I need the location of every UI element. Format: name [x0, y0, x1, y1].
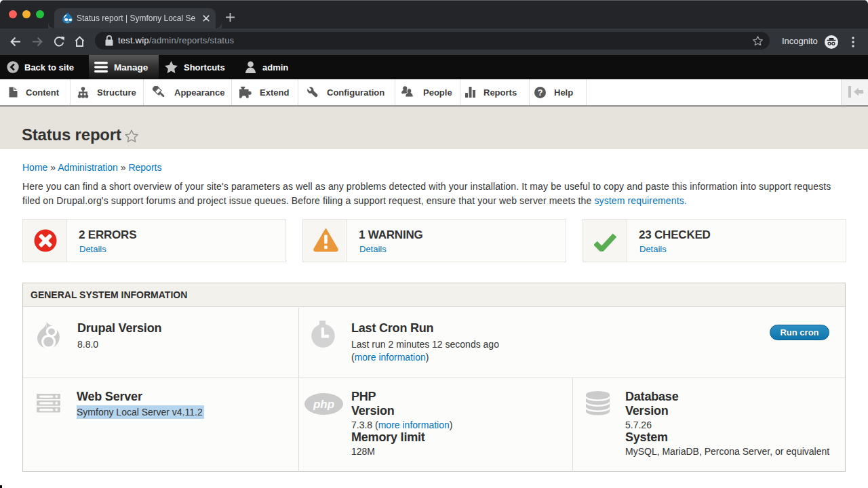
svg-text:php: php: [313, 398, 334, 411]
svg-text:?: ?: [538, 88, 543, 98]
